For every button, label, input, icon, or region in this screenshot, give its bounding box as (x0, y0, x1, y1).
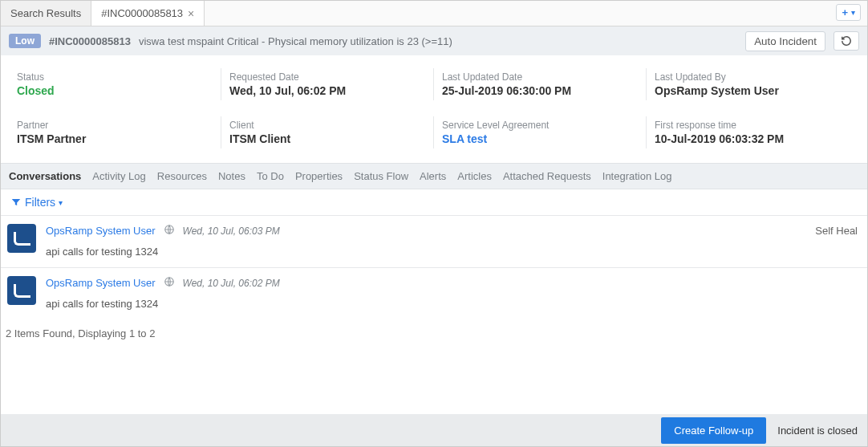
conversation-body: api calls for testing 1324 (46, 298, 858, 310)
subtab-integration-log[interactable]: Integration Log (602, 170, 672, 182)
tab-bar: Search Results #INC0000085813 × + ▾ (1, 1, 867, 26)
filter-icon (10, 197, 22, 208)
subtab-resources[interactable]: Resources (157, 170, 207, 182)
detail-label: Service Level Agreement (442, 120, 638, 131)
refresh-icon (841, 35, 852, 47)
user-link[interactable]: OpsRamp System User (46, 277, 156, 289)
subtab-articles[interactable]: Articles (457, 170, 492, 182)
conversation-item: OpsRamp System User Wed, 10 Jul, 06:03 P… (1, 215, 867, 267)
plus-icon: + (842, 6, 848, 18)
subtab-notes[interactable]: Notes (218, 170, 245, 182)
tab-incident[interactable]: #INC0000085813 × (91, 1, 205, 26)
subtab-attached-requests[interactable]: Attached Requests (503, 170, 591, 182)
caret-down-icon: ▾ (851, 8, 855, 17)
detail-label: Client (229, 120, 425, 131)
footer: Create Follow-up Incident is closed (1, 414, 867, 446)
subtab-status-flow[interactable]: Status Flow (354, 170, 408, 182)
tab-label: Search Results (10, 7, 81, 19)
tag-label: Self Heal (815, 225, 858, 237)
priority-badge: Low (9, 34, 41, 48)
conversation-item: OpsRamp System User Wed, 10 Jul, 06:02 P… (1, 267, 867, 319)
detail-value: OpsRamp System User (655, 84, 851, 97)
conversation-header: OpsRamp System User Wed, 10 Jul, 06:02 P… (46, 276, 858, 290)
status-text: Incident is closed (773, 425, 862, 437)
subtab-bar: Conversations Activity Log Resources Not… (1, 163, 867, 189)
add-dropdown[interactable]: + ▾ (836, 4, 861, 21)
detail-label: Requested Date (229, 71, 425, 83)
subtab-todo[interactable]: To Do (257, 170, 284, 182)
globe-icon (164, 224, 175, 238)
globe-icon (164, 276, 175, 290)
create-follow-up-button[interactable]: Create Follow-up (661, 417, 766, 444)
detail-value: ITSM Partner (17, 132, 213, 145)
detail-label: First response time (655, 120, 851, 131)
pagination-text: 2 Items Found, Displaying 1 to 2 (1, 319, 867, 347)
timestamp: Wed, 10 Jul, 06:02 PM (183, 278, 280, 289)
detail-label: Status (17, 71, 213, 83)
subtab-conversations[interactable]: Conversations (9, 170, 81, 182)
details-grid: Status Closed Requested Date Wed, 10 Jul… (1, 55, 867, 155)
avatar (7, 276, 36, 305)
close-icon[interactable]: × (188, 8, 194, 19)
subtab-alerts[interactable]: Alerts (420, 170, 446, 182)
detail-updated-by: Last Updated By OpsRamp System User (647, 68, 859, 100)
filters-button[interactable]: Filters ▾ (1, 189, 867, 215)
detail-value: Closed (17, 84, 213, 97)
subtab-properties[interactable]: Properties (295, 170, 343, 182)
tab-search-results[interactable]: Search Results (1, 1, 91, 26)
auto-incident-button[interactable]: Auto Incident (745, 31, 825, 51)
detail-label: Last Updated By (655, 71, 851, 83)
detail-first-response: First response time 10-Jul-2019 06:03:32… (647, 116, 859, 148)
filters-label: Filters (25, 196, 55, 209)
detail-value: 25-Jul-2019 06:30:00 PM (442, 84, 638, 97)
conversation-body: api calls for testing 1324 (46, 246, 858, 258)
detail-client: Client ITSM Client (221, 116, 434, 148)
detail-partner: Partner ITSM Partner (9, 116, 221, 148)
detail-label: Last Updated Date (442, 71, 638, 83)
detail-value: 10-Jul-2019 06:03:32 PM (655, 132, 851, 145)
refresh-button[interactable] (834, 31, 859, 51)
conversation-header: OpsRamp System User Wed, 10 Jul, 06:03 P… (46, 224, 858, 238)
detail-label: Partner (17, 120, 213, 131)
sla-link[interactable]: SLA test (442, 132, 638, 145)
incident-id: #INC0000085813 (49, 35, 131, 47)
detail-requested: Requested Date Wed, 10 Jul, 06:02 PM (221, 68, 434, 100)
incident-title: viswa test mspaint Critical - Physical m… (139, 35, 737, 47)
incident-header: Low #INC0000085813 viswa test mspaint Cr… (1, 26, 867, 55)
detail-value: Wed, 10 Jul, 06:02 PM (229, 84, 425, 97)
detail-sla: Service Level Agreement SLA test (434, 116, 647, 148)
detail-value: ITSM Client (229, 132, 425, 145)
user-link[interactable]: OpsRamp System User (46, 225, 156, 237)
timestamp: Wed, 10 Jul, 06:03 PM (183, 226, 280, 237)
avatar (7, 224, 36, 253)
caret-down-icon: ▾ (59, 198, 63, 207)
tab-label: #INC0000085813 (101, 7, 183, 19)
detail-status: Status Closed (9, 68, 221, 100)
subtab-activity-log[interactable]: Activity Log (92, 170, 145, 182)
detail-updated: Last Updated Date 25-Jul-2019 06:30:00 P… (434, 68, 647, 100)
